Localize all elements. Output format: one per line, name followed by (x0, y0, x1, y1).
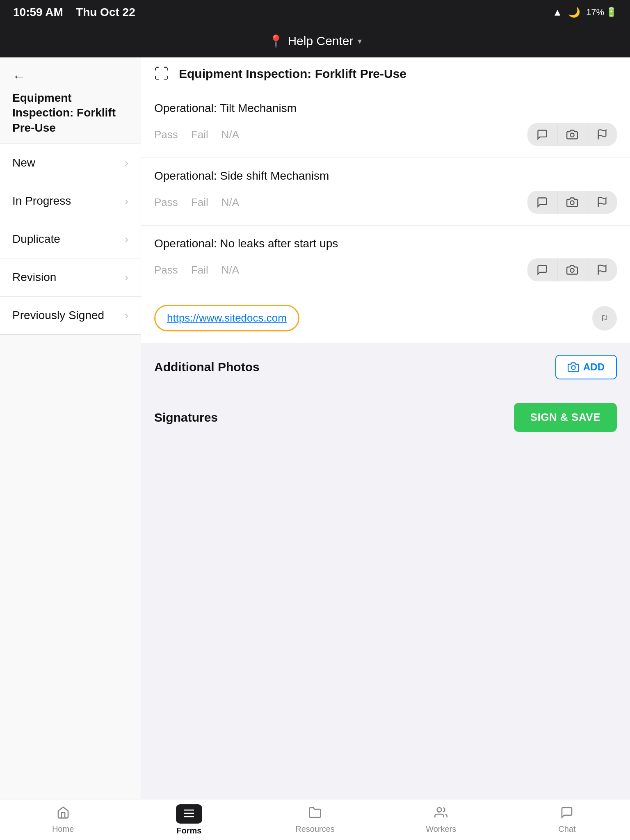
link-item: https://www.sitedocs.com (141, 293, 630, 343)
back-arrow-icon: ← (12, 69, 25, 84)
sidebar-item-revision[interactable]: Revision › (0, 258, 141, 297)
tab-resources[interactable]: Resources (252, 799, 378, 840)
chevron-right-icon: › (125, 271, 128, 284)
sign-save-button[interactable]: SIGN & SAVE (514, 403, 617, 432)
sidebar-nav: New › In Progress › Duplicate › Revision… (0, 144, 141, 799)
additional-photos-title: Additional Photos (154, 360, 260, 374)
comment-button[interactable] (527, 123, 557, 146)
additional-photos-section: Additional Photos ADD (141, 343, 630, 391)
chevron-right-icon: › (125, 195, 128, 208)
back-button[interactable]: ← (12, 69, 128, 84)
add-photos-button[interactable]: ADD (555, 355, 617, 379)
status-time: 10:59 AM Thu Oct 22 (13, 6, 135, 19)
tab-workers-label: Workers (426, 824, 456, 834)
camera-button[interactable] (557, 258, 587, 281)
comment-button[interactable] (527, 258, 557, 281)
content-area: ⛶ Equipment Inspection: Forklift Pre-Use… (141, 57, 630, 799)
sidebar-item-previously-signed[interactable]: Previously Signed › (0, 297, 141, 335)
time-display: 10:59 AM (13, 6, 63, 18)
tab-home-label: Home (52, 824, 74, 834)
battery-indicator: 17% 🔋 (586, 7, 617, 18)
main-container: ← Equipment Inspection: Forklift Pre-Use… (0, 57, 630, 799)
tab-resources-label: Resources (295, 824, 335, 834)
sidebar-item-label: Previously Signed (12, 309, 104, 322)
add-button-label: ADD (583, 361, 605, 373)
link-flag-button[interactable] (592, 306, 617, 331)
status-icons: ▲ 🌙 17% 🔋 (552, 7, 617, 18)
camera-button[interactable] (557, 191, 587, 214)
chevron-right-icon: › (125, 233, 128, 246)
fail-option[interactable]: Fail (191, 196, 208, 209)
pass-fail-group: Pass Fail N/A (154, 264, 239, 276)
inspection-controls: Pass Fail N/A (154, 191, 617, 214)
sidebar-item-label: Revision (12, 271, 56, 284)
chat-icon (560, 806, 573, 822)
sidebar-item-duplicate[interactable]: Duplicate › (0, 220, 141, 258)
flag-button[interactable] (587, 258, 617, 281)
pass-option[interactable]: Pass (154, 264, 178, 276)
home-icon (57, 806, 70, 822)
pass-fail-group: Pass Fail N/A (154, 196, 239, 209)
sidebar-header: ← Equipment Inspection: Forklift Pre-Use (0, 57, 141, 144)
battery-icon: 🔋 (606, 7, 617, 18)
action-buttons (527, 123, 617, 146)
flag-button[interactable] (587, 191, 617, 214)
nav-title-label: Help Center (288, 34, 353, 48)
moon-icon: 🌙 (568, 7, 580, 18)
fail-option[interactable]: Fail (191, 264, 208, 276)
tab-home[interactable]: Home (0, 799, 126, 840)
sidebar-item-new[interactable]: New › (0, 144, 141, 182)
inspection-item: Operational: No leaks after start ups Pa… (141, 226, 630, 293)
sidebar: ← Equipment Inspection: Forklift Pre-Use… (0, 57, 141, 799)
workers-icon (434, 806, 447, 822)
signatures-section: Signatures SIGN & SAVE (141, 391, 630, 443)
svg-point-2 (570, 201, 574, 205)
inspection-controls: Pass Fail N/A (154, 258, 617, 281)
svg-point-4 (570, 269, 574, 272)
tab-forms-active-bg (176, 804, 202, 824)
comment-button[interactable] (527, 191, 557, 214)
sidebar-item-label: In Progress (12, 194, 71, 208)
expand-icon[interactable]: ⛶ (154, 65, 169, 82)
sitedocs-link[interactable]: https://www.sitedocs.com (154, 305, 299, 331)
fail-option[interactable]: Fail (191, 128, 208, 141)
top-nav: 📍 Help Center ▾ (0, 25, 630, 57)
sidebar-item-label: Duplicate (12, 233, 60, 246)
na-option[interactable]: N/A (221, 128, 239, 141)
inspection-item-title: Operational: No leaks after start ups (154, 237, 617, 250)
bottom-tab-bar: Home Forms Resources Workers Chat (0, 799, 630, 840)
chevron-right-icon: › (125, 157, 128, 169)
pass-fail-group: Pass Fail N/A (154, 128, 239, 141)
content-header: ⛶ Equipment Inspection: Forklift Pre-Use (141, 57, 630, 90)
sidebar-title: Equipment Inspection: Forklift Pre-Use (12, 91, 128, 135)
sidebar-item-label: New (12, 156, 35, 169)
battery-percent: 17% (586, 7, 604, 18)
chevron-right-icon: › (125, 309, 128, 322)
tab-forms[interactable]: Forms (126, 799, 252, 840)
na-option[interactable]: N/A (221, 264, 239, 276)
wifi-icon: ▲ (552, 7, 562, 18)
action-buttons (527, 258, 617, 281)
tab-chat-label: Chat (558, 824, 575, 834)
flag-button[interactable] (587, 123, 617, 146)
nav-title[interactable]: 📍 Help Center ▾ (268, 34, 361, 48)
na-option[interactable]: N/A (221, 196, 239, 209)
inspection-item: Operational: Side shift Mechanism Pass F… (141, 158, 630, 226)
camera-button[interactable] (557, 123, 587, 146)
action-buttons (527, 191, 617, 214)
tab-chat[interactable]: Chat (504, 799, 630, 840)
pass-option[interactable]: Pass (154, 128, 178, 141)
pass-option[interactable]: Pass (154, 196, 178, 209)
tab-workers[interactable]: Workers (378, 799, 504, 840)
inspection-content: Operational: Tilt Mechanism Pass Fail N/… (141, 90, 630, 799)
signatures-title: Signatures (154, 411, 218, 425)
inspection-controls: Pass Fail N/A (154, 123, 617, 146)
resources-icon (308, 806, 322, 822)
tab-forms-label: Forms (176, 826, 201, 835)
svg-point-7 (571, 366, 575, 370)
date-display: Thu Oct 22 (76, 6, 135, 18)
dropdown-arrow-icon: ▾ (358, 36, 362, 46)
sidebar-item-in-progress[interactable]: In Progress › (0, 182, 141, 220)
inspection-item: Operational: Tilt Mechanism Pass Fail N/… (141, 90, 630, 158)
svg-point-0 (570, 133, 574, 137)
